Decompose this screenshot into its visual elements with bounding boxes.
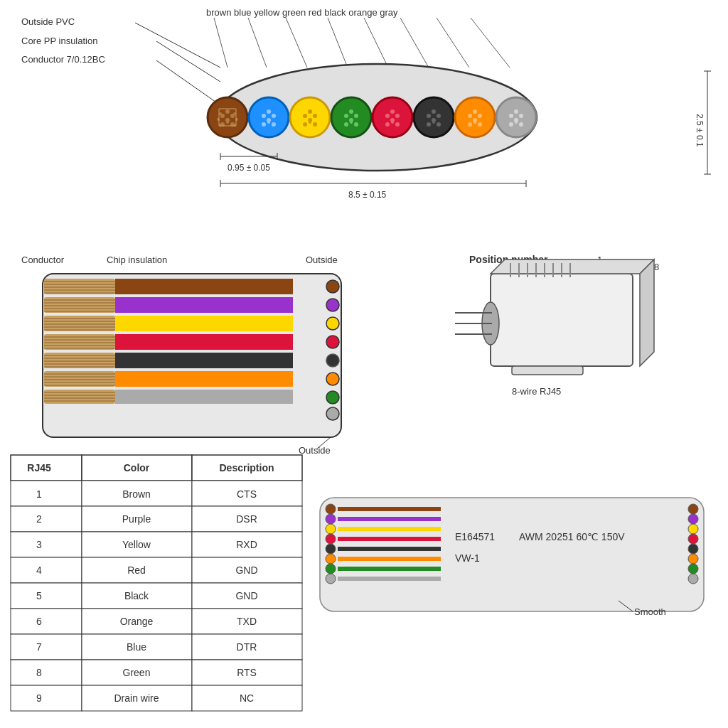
svg-point-69 [468, 114, 472, 118]
svg-rect-178 [11, 557, 82, 583]
svg-point-54 [395, 114, 400, 118]
row9-rj45: 9 [36, 692, 42, 704]
row3-color: Yellow [122, 539, 151, 550]
svg-rect-165 [512, 366, 583, 375]
svg-line-10 [471, 18, 510, 68]
svg-point-36 [308, 109, 312, 114]
row8-rj45: 8 [36, 667, 42, 678]
svg-point-66 [432, 121, 435, 124]
th-desc: Description [219, 462, 274, 473]
svg-rect-139 [115, 371, 293, 387]
svg-point-40 [303, 122, 307, 127]
svg-rect-190 [11, 660, 82, 685]
row7-color: Blue [127, 641, 146, 653]
svg-point-38 [313, 114, 317, 118]
svg-point-41 [313, 122, 317, 127]
svg-line-3 [214, 18, 228, 68]
svg-point-52 [390, 109, 395, 114]
row5-color: Black [124, 590, 149, 601]
svg-point-78 [519, 114, 523, 118]
svg-rect-135 [115, 297, 293, 313]
svg-rect-123 [44, 371, 115, 387]
svg-line-0 [135, 23, 220, 68]
row8-color: Green [123, 667, 151, 678]
svg-point-146 [326, 373, 339, 385]
svg-point-202 [326, 554, 336, 564]
sv-chip-label: Chip insulation [107, 255, 167, 265]
rj45-label: 8-wire RJ45 [512, 386, 561, 397]
th-rj45: RJ45 [27, 462, 51, 473]
svg-point-68 [473, 109, 477, 114]
svg-point-199 [326, 524, 336, 534]
svg-point-30 [272, 114, 276, 118]
row3-rj45: 3 [36, 539, 42, 550]
svg-point-29 [262, 114, 266, 118]
svg-line-1 [156, 41, 220, 82]
svg-point-22 [217, 118, 220, 121]
svg-point-24 [219, 124, 222, 127]
core-pp-label: Core PP insulation [21, 36, 97, 46]
svg-rect-172 [11, 506, 82, 532]
svg-marker-152 [640, 259, 654, 366]
svg-point-81 [519, 122, 523, 127]
svg-point-42 [309, 121, 311, 124]
dim-total-label: 8.5 ± 0.15 [348, 190, 387, 200]
svg-rect-196 [320, 498, 704, 611]
svg-rect-105 [44, 316, 115, 331]
sv-outside-top-label: Outside [306, 255, 338, 265]
svg-marker-151 [491, 259, 654, 274]
svg-point-141 [326, 280, 339, 293]
svg-point-70 [478, 114, 482, 118]
svg-point-218 [688, 554, 698, 564]
row9-color: Drain wire [114, 692, 159, 704]
svg-line-6 [328, 18, 348, 68]
svg-point-34 [267, 121, 270, 124]
svg-point-21 [233, 112, 236, 115]
svg-rect-150 [491, 274, 633, 366]
svg-rect-136 [115, 316, 293, 331]
svg-point-48 [344, 122, 348, 127]
svg-point-20 [219, 112, 222, 115]
row7-desc: DTR [237, 641, 257, 653]
row1-color: Brown [122, 488, 151, 500]
svg-point-33 [272, 122, 276, 127]
svg-point-49 [354, 122, 358, 127]
svg-point-59 [414, 97, 454, 137]
svg-point-74 [473, 121, 476, 124]
svg-point-37 [303, 114, 307, 118]
svg-line-4 [248, 18, 267, 68]
svg-rect-193 [11, 685, 82, 711]
svg-rect-187 [11, 634, 82, 660]
dim-height-label: 2.5 ± 0.1 [695, 114, 705, 147]
svg-point-58 [391, 121, 394, 124]
svg-point-28 [267, 109, 271, 114]
svg-rect-117 [44, 353, 115, 368]
svg-point-215 [688, 524, 698, 534]
conductor-strands [44, 279, 115, 404]
svg-point-214 [688, 514, 698, 524]
cable-label-e164571: E164571 [455, 531, 495, 542]
svg-point-213 [688, 504, 698, 514]
svg-point-56 [385, 122, 390, 127]
wire-colors-label: brown blue yellow green red black orange… [206, 7, 398, 18]
svg-point-73 [478, 122, 482, 127]
row5-desc: GND [235, 590, 257, 601]
row4-rj45: 4 [36, 564, 42, 576]
svg-rect-134 [115, 279, 293, 294]
row9-desc: NC [240, 692, 254, 704]
svg-point-26 [226, 121, 229, 124]
svg-point-142 [326, 299, 339, 311]
svg-point-198 [326, 514, 336, 524]
svg-point-200 [326, 534, 336, 544]
svg-point-148 [326, 407, 339, 420]
svg-point-75 [496, 97, 536, 137]
svg-point-27 [249, 97, 289, 137]
svg-point-201 [326, 544, 336, 554]
svg-rect-138 [115, 353, 293, 368]
svg-point-220 [688, 574, 698, 584]
svg-point-46 [354, 114, 358, 118]
svg-point-197 [326, 504, 336, 514]
svg-point-43 [331, 97, 371, 137]
row3-desc: RXD [236, 539, 257, 550]
svg-point-12 [208, 97, 247, 137]
